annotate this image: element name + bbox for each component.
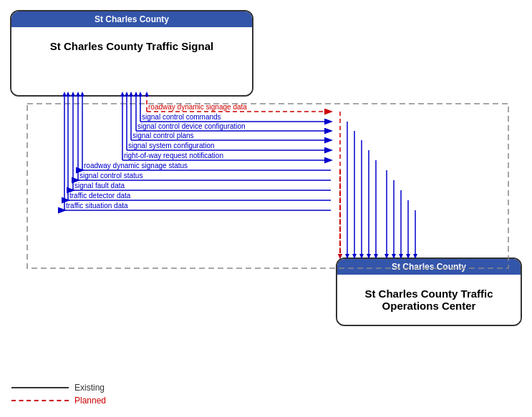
svg-text:signal fault data: signal fault data bbox=[74, 182, 125, 190]
svg-text:right-of-way request notificat: right-of-way request notification bbox=[124, 152, 223, 160]
svg-text:signal control status: signal control status bbox=[79, 172, 142, 180]
planned-line-icon bbox=[11, 400, 69, 401]
legend-existing: Existing bbox=[11, 383, 106, 393]
left-node-header: St Charles County bbox=[11, 11, 252, 27]
legend: Existing Planned bbox=[11, 383, 106, 406]
right-node: St Charles County St Charles County Traf… bbox=[336, 257, 522, 326]
svg-text:signal system configuration: signal system configuration bbox=[128, 142, 215, 149]
svg-text:traffic detector data: traffic detector data bbox=[69, 192, 131, 200]
svg-text:roadway dynamic signage status: roadway dynamic signage status bbox=[84, 162, 188, 170]
existing-label: Existing bbox=[74, 383, 105, 393]
svg-text:signal control device configur: signal control device configuration bbox=[137, 122, 246, 130]
svg-text:roadway dynamic signage data: roadway dynamic signage data bbox=[148, 103, 247, 111]
left-node-title: St Charles County Traffic Signal bbox=[11, 27, 252, 95]
right-node-header: St Charles County bbox=[337, 259, 521, 275]
diagram-container: St Charles County St Charles County Traf… bbox=[0, 0, 532, 417]
legend-planned: Planned bbox=[11, 396, 106, 406]
svg-text:traffic situation data: traffic situation data bbox=[66, 202, 128, 210]
svg-rect-0 bbox=[27, 104, 508, 268]
planned-label: Planned bbox=[74, 396, 106, 406]
svg-text:signal control commands: signal control commands bbox=[142, 113, 221, 121]
left-node: St Charles County St Charles County Traf… bbox=[10, 10, 253, 97]
right-node-title: St Charles County Traffic Operations Cen… bbox=[337, 275, 521, 325]
existing-line-icon bbox=[11, 387, 69, 388]
svg-text:signal control plans: signal control plans bbox=[132, 132, 194, 139]
